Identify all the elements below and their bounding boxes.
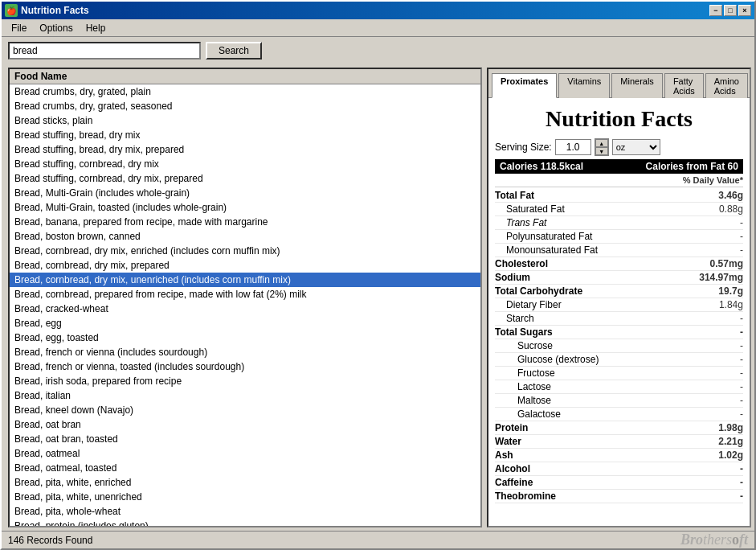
food-list-item[interactable]: Bread, cornbread, dry mix, enriched (inc…: [10, 244, 480, 258]
nutrient-value: 2.21g: [718, 436, 743, 447]
daily-value-label: % Daily Value*: [683, 175, 743, 185]
tab-vitamins[interactable]: Vitamins: [558, 73, 610, 98]
tab-minerals[interactable]: Minerals: [611, 73, 663, 98]
menu-file[interactable]: File: [5, 21, 33, 35]
food-list-item[interactable]: Bread, Multi-Grain, toasted (includes wh…: [10, 200, 480, 215]
food-list-item[interactable]: Bread crumbs, dry, grated, seasoned: [10, 99, 480, 113]
food-list-item[interactable]: Bread, oatmeal: [10, 446, 480, 461]
nutrient-label: Protein: [495, 422, 528, 433]
close-button[interactable]: ×: [738, 5, 751, 16]
toolbar: Search: [2, 37, 754, 64]
nutrient-value: -: [740, 326, 743, 338]
nutrient-value: -: [740, 463, 743, 474]
maximize-button[interactable]: □: [724, 5, 737, 16]
calories-row: Calories 118.5kcal Calories from Fat 60: [495, 159, 743, 174]
food-list-item[interactable]: Bread stuffing, cornbread, dry mix: [10, 157, 480, 171]
menubar: File Options Help: [2, 19, 754, 37]
food-list-item[interactable]: Bread stuffing, bread, dry mix, prepared: [10, 142, 480, 157]
nutrient-value: -: [740, 477, 743, 488]
main-window: 🍎 Nutrition Facts − □ × File Options Hel…: [0, 0, 756, 550]
food-list-item[interactable]: Bread, pita, white, enriched: [10, 475, 480, 490]
food-list-item[interactable]: Bread, oat bran: [10, 417, 480, 432]
tab-proximates[interactable]: Proximates: [492, 73, 557, 98]
food-list-body[interactable]: Bread crumbs, dry, grated, plainBread cr…: [10, 84, 480, 526]
records-count: 146 Records Found: [8, 535, 92, 546]
nutrient-row: Alcohol-: [495, 462, 743, 476]
nutrient-row: Monounsaturated Fat-: [495, 244, 743, 257]
nutrient-label: Galactose: [517, 408, 561, 420]
food-list-item[interactable]: Bread, cornbread, dry mix, unenriched (i…: [10, 273, 480, 287]
nutrient-row: Total Sugars-: [495, 326, 743, 339]
nutrient-value: -: [740, 367, 743, 379]
nutrient-label: Total Sugars: [495, 326, 553, 338]
nutrient-row: Polyunsaturated Fat-: [495, 230, 743, 244]
nutrient-row: Galactose-: [495, 408, 743, 421]
nutrient-label: Water: [495, 436, 521, 447]
food-list-item[interactable]: Bread, protein (includes gluten): [10, 519, 480, 526]
nutrient-row: Starch-: [495, 312, 743, 326]
food-list-item[interactable]: Bread, cracked-wheat: [10, 302, 480, 316]
nutrient-label: Sucrose: [517, 340, 553, 351]
menu-options[interactable]: Options: [33, 21, 79, 35]
nutrient-value: -: [740, 313, 743, 324]
nutrient-row: Fructose-: [495, 367, 743, 380]
nutrient-row: Caffeine-: [495, 476, 743, 490]
spinner-up[interactable]: ▲: [595, 139, 608, 147]
food-list-item[interactable]: Bread stuffing, bread, dry mix: [10, 128, 480, 142]
nutrient-row: Theobromine-: [495, 490, 743, 503]
food-list-item[interactable]: Bread crumbs, dry, grated, plain: [10, 84, 480, 99]
nutrient-value: -: [740, 408, 743, 420]
food-list-item[interactable]: Bread, pita, whole-wheat: [10, 504, 480, 519]
tab-fatty-acids[interactable]: Fatty Acids: [664, 73, 704, 98]
menu-help[interactable]: Help: [80, 21, 112, 35]
food-list-item[interactable]: Bread, irish soda, prepared from recipe: [10, 374, 480, 388]
serving-unit-select[interactable]: oz g cup: [612, 139, 660, 155]
food-list-header: Food Name: [10, 69, 480, 84]
food-list-item[interactable]: Bread, french or vienna, toasted (includ…: [10, 359, 480, 374]
nutrient-label: Maltose: [517, 395, 551, 406]
search-input[interactable]: [8, 42, 201, 60]
minimize-button[interactable]: −: [709, 5, 722, 16]
watermark: Brothersoft: [680, 532, 748, 548]
nutrient-row: Cholesterol0.57mg: [495, 257, 743, 271]
nutrient-value: 0.88g: [719, 203, 743, 215]
serving-row: Serving Size: ▲ ▼ oz g cup: [495, 138, 743, 156]
food-list-item[interactable]: Bread, banana, prepared from recipe, mad…: [10, 215, 480, 229]
nutrient-value: -: [740, 340, 743, 351]
nutrient-row: Ash1.02g: [495, 449, 743, 462]
nutrient-value: -: [740, 244, 743, 256]
food-list-item[interactable]: Bread, italian: [10, 388, 480, 403]
food-list-item[interactable]: Bread, oatmeal, toasted: [10, 461, 480, 475]
nutrient-label: Total Carbohydrate: [495, 285, 582, 297]
spinner-down[interactable]: ▼: [595, 147, 608, 155]
serving-input[interactable]: [555, 139, 591, 155]
nutrient-value: 1.02g: [718, 449, 743, 461]
nutrient-row: Glucose (dextrose)-: [495, 353, 743, 367]
nutrient-row: Maltose-: [495, 394, 743, 408]
tab-amino-acids[interactable]: Amino Acids: [705, 73, 748, 98]
nutrient-row: Lactose-: [495, 380, 743, 394]
nutrient-label: Total Fat: [495, 190, 534, 201]
food-list-item[interactable]: Bread, egg, toasted: [10, 330, 480, 345]
nutrient-value: -: [740, 490, 743, 502]
food-list-item[interactable]: Bread, kneel down (Navajo): [10, 403, 480, 417]
nutrient-label: Trans Fat: [506, 217, 546, 228]
nutrient-value: -: [740, 217, 743, 228]
food-list-item[interactable]: Bread, oat bran, toasted: [10, 432, 480, 446]
food-list-item[interactable]: Bread, cornbread, dry mix, prepared: [10, 258, 480, 273]
food-list-item[interactable]: Bread, boston brown, canned: [10, 229, 480, 244]
search-button[interactable]: Search: [206, 42, 262, 60]
food-list-item[interactable]: Bread stuffing, cornbread, dry mix, prep…: [10, 171, 480, 186]
food-list-item[interactable]: Bread, french or vienna (includes sourdo…: [10, 345, 480, 359]
nutrient-label: Lactose: [517, 381, 551, 392]
nutrition-content: Nutrition Facts Serving Size: ▲ ▼ oz g c…: [488, 97, 750, 526]
serving-label: Serving Size:: [495, 142, 552, 153]
calories-from-fat: Calories from Fat 60: [646, 161, 738, 172]
food-list-item[interactable]: Bread, egg: [10, 316, 480, 330]
food-list-item[interactable]: Bread, pita, white, unenriched: [10, 490, 480, 504]
nutrient-label: Starch: [506, 313, 534, 324]
food-list-item[interactable]: Bread sticks, plain: [10, 113, 480, 128]
food-list-item[interactable]: Bread, Multi-Grain (includes whole-grain…: [10, 186, 480, 200]
nutrient-label: Caffeine: [495, 477, 533, 488]
food-list-item[interactable]: Bread, cornbread, prepared from recipe, …: [10, 287, 480, 302]
